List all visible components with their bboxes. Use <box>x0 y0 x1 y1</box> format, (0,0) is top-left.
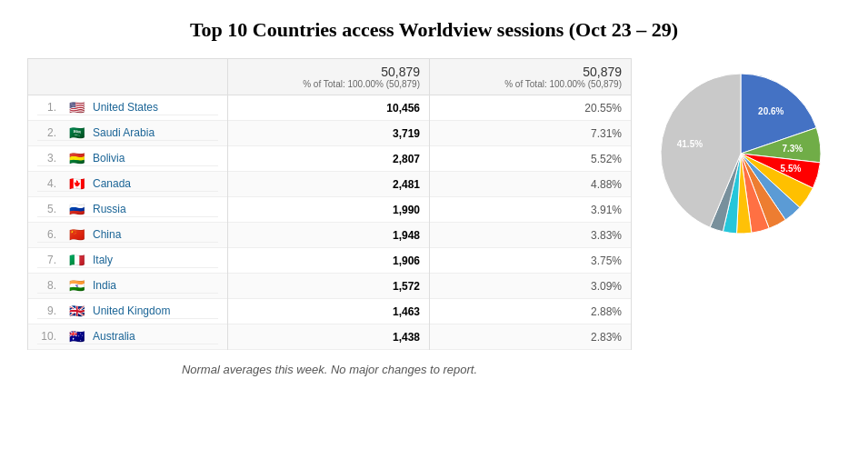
country-cell-5: 6. 🇨🇳 China <box>28 223 228 248</box>
rank-9: 10. <box>37 329 60 344</box>
country-name-5[interactable]: China <box>93 227 218 243</box>
country-name-2[interactable]: Bolivia <box>93 151 218 166</box>
country-name-6[interactable]: Italy <box>93 253 218 268</box>
table-row: 6. 🇨🇳 China 1,948 3.83% <box>28 223 632 248</box>
country-name-3[interactable]: Canada <box>93 176 218 192</box>
pct-6: 3.75% <box>430 248 632 274</box>
rank-1: 2. <box>37 125 60 141</box>
flag-0: 🇺🇸 <box>60 100 93 115</box>
country-cell-7: 8. 🇮🇳 India <box>28 274 228 299</box>
value-8: 1,463 <box>228 299 430 324</box>
header-col2: 50,879 % of Total: 100.00% (50,879) <box>430 59 632 95</box>
pct-0: 20.55% <box>430 95 632 121</box>
table-row: 2. 🇸🇦 Saudi Arabia 3,719 7.31% <box>28 121 632 146</box>
pct-4: 3.91% <box>430 197 632 223</box>
table-row: 1. 🇺🇸 United States 10,456 20.55% <box>28 95 632 121</box>
country-cell-3: 4. 🇨🇦 Canada <box>28 172 228 197</box>
rank-4: 5. <box>37 202 60 217</box>
country-name-1[interactable]: Saudi Arabia <box>93 125 218 141</box>
table-row: 10. 🇦🇺 Australia 1,438 2.83% <box>28 324 632 350</box>
pct-5: 3.83% <box>430 223 632 248</box>
svg-text:41.5%: 41.5% <box>677 139 703 149</box>
table-row: 3. 🇧🇴 Bolivia 2,807 5.52% <box>28 146 632 172</box>
country-cell-6: 7. 🇮🇹 Italy <box>28 248 228 274</box>
svg-text:20.6%: 20.6% <box>758 106 783 116</box>
flag-8: 🇬🇧 <box>60 304 93 319</box>
value-0: 10,456 <box>228 95 430 121</box>
table-row: 5. 🇷🇺 Russia 1,990 3.91% <box>28 197 632 223</box>
pct-1: 7.31% <box>430 121 632 146</box>
country-name-4[interactable]: Russia <box>93 202 218 217</box>
data-table: 50,879 % of Total: 100.00% (50,879) 50,8… <box>27 58 632 376</box>
table-row: 9. 🇬🇧 United Kingdom 1,463 2.88% <box>28 299 632 324</box>
flag-3: 🇨🇦 <box>60 176 93 192</box>
country-cell-1: 2. 🇸🇦 Saudi Arabia <box>28 121 228 146</box>
country-name-9[interactable]: Australia <box>93 329 218 344</box>
footnote: Normal averages this week. No major chan… <box>27 363 632 376</box>
country-cell-9: 10. 🇦🇺 Australia <box>28 324 228 350</box>
flag-7: 🇮🇳 <box>60 278 93 294</box>
svg-text:5.5%: 5.5% <box>781 164 802 174</box>
flag-5: 🇨🇳 <box>60 227 93 243</box>
table-row: 8. 🇮🇳 India 1,572 3.09% <box>28 274 632 299</box>
value-1: 3,719 <box>228 121 430 146</box>
country-name-8[interactable]: United Kingdom <box>93 304 218 319</box>
pie-chart: 20.6%7.3%5.5%41.5% <box>654 67 827 240</box>
table-row: 4. 🇨🇦 Canada 2,481 4.88% <box>28 172 632 197</box>
header-empty <box>28 59 228 95</box>
flag-1: 🇸🇦 <box>60 125 93 141</box>
table-row: 7. 🇮🇹 Italy 1,906 3.75% <box>28 248 632 274</box>
value-6: 1,906 <box>228 248 430 274</box>
flag-2: 🇧🇴 <box>60 151 93 166</box>
flag-4: 🇷🇺 <box>60 202 93 217</box>
flag-9: 🇦🇺 <box>60 329 93 344</box>
value-7: 1,572 <box>228 274 430 299</box>
country-name-0[interactable]: United States <box>93 100 218 115</box>
value-4: 1,990 <box>228 197 430 223</box>
pct-9: 2.83% <box>430 324 632 350</box>
country-name-7[interactable]: India <box>93 278 218 294</box>
country-cell-4: 5. 🇷🇺 Russia <box>28 197 228 223</box>
rank-7: 8. <box>37 278 60 294</box>
pct-2: 5.52% <box>430 146 632 172</box>
page-title: Top 10 Countries access Worldview sessio… <box>190 18 678 42</box>
rank-2: 3. <box>37 151 60 166</box>
header-col1: 50,879 % of Total: 100.00% (50,879) <box>228 59 430 95</box>
flag-6: 🇮🇹 <box>60 253 93 268</box>
pct-8: 2.88% <box>430 299 632 324</box>
svg-text:7.3%: 7.3% <box>782 144 803 154</box>
rank-6: 7. <box>37 253 60 268</box>
rank-5: 6. <box>37 227 60 243</box>
country-cell-8: 9. 🇬🇧 United Kingdom <box>28 299 228 324</box>
rank-3: 4. <box>37 176 60 192</box>
value-5: 1,948 <box>228 223 430 248</box>
rank-0: 1. <box>37 100 60 115</box>
value-9: 1,438 <box>228 324 430 350</box>
rank-8: 9. <box>37 304 60 319</box>
pct-3: 4.88% <box>430 172 632 197</box>
value-3: 2,481 <box>228 172 430 197</box>
value-2: 2,807 <box>228 146 430 172</box>
pie-chart-container: 20.6%7.3%5.5%41.5% <box>641 58 841 240</box>
country-cell-2: 3. 🇧🇴 Bolivia <box>28 146 228 172</box>
pct-7: 3.09% <box>430 274 632 299</box>
country-cell-0: 1. 🇺🇸 United States <box>28 95 228 121</box>
